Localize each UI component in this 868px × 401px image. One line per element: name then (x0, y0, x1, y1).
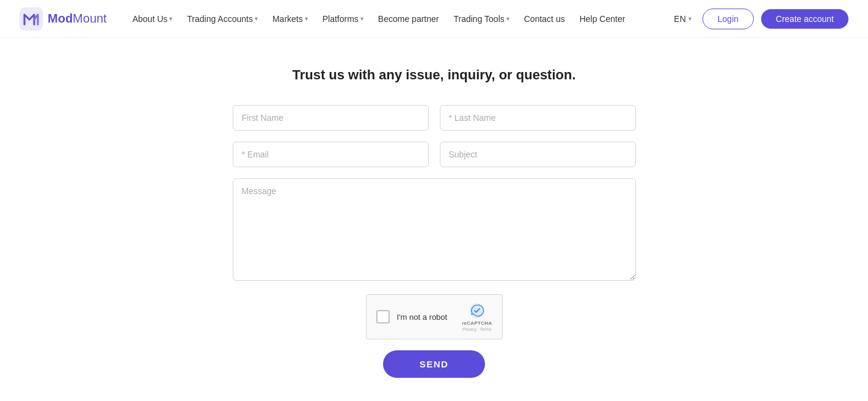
chevron-down-icon: ▾ (305, 15, 308, 22)
first-name-field (233, 105, 429, 131)
nav-trading-tools[interactable]: Trading Tools ▾ (447, 10, 515, 27)
message-field (233, 178, 636, 283)
email-subject-row (233, 142, 636, 167)
chevron-down-icon: ▾ (255, 15, 258, 22)
nav-trading-accounts[interactable]: Trading Accounts ▾ (181, 10, 264, 27)
nav-links: About Us ▾ Trading Accounts ▾ Markets ▾ … (126, 10, 671, 27)
login-button[interactable]: Login (702, 9, 754, 29)
send-wrapper: SEND (233, 350, 636, 378)
contact-form: I'm not a robot reCAPTCHA Privacy · Term… (233, 105, 636, 378)
name-row (233, 105, 636, 131)
nav-contact-us[interactable]: Contact us (518, 10, 571, 27)
navigation: ModMount About Us ▾ Trading Accounts ▾ M… (0, 0, 868, 38)
page-title: Trust us with any issue, inquiry, or que… (292, 67, 575, 83)
chevron-down-icon: ▾ (169, 15, 172, 22)
send-button[interactable]: SEND (383, 350, 486, 378)
nav-actions: EN ▾ Login Create account (670, 9, 848, 29)
main-content: Trust us with any issue, inquiry, or que… (0, 38, 868, 401)
nav-help-center[interactable]: Help Center (574, 10, 632, 27)
logo-icon (20, 7, 43, 31)
nav-markets[interactable]: Markets ▾ (266, 10, 314, 27)
brand-logo[interactable]: ModMount (20, 7, 107, 31)
recaptcha-checkbox[interactable] (376, 310, 390, 323)
subject-input[interactable] (440, 142, 636, 167)
language-selector[interactable]: EN ▾ (670, 12, 695, 26)
last-name-field (440, 105, 636, 131)
create-account-button[interactable]: Create account (761, 9, 848, 29)
nav-platforms[interactable]: Platforms ▾ (316, 10, 370, 27)
recaptcha-box: I'm not a robot reCAPTCHA Privacy · Term… (366, 294, 503, 339)
subject-field (440, 142, 636, 167)
first-name-input[interactable] (233, 105, 429, 131)
message-textarea[interactable] (233, 178, 636, 281)
recaptcha-icon (469, 302, 486, 319)
email-input[interactable] (233, 142, 429, 167)
chevron-down-icon: ▾ (688, 15, 691, 22)
recaptcha-label: I'm not a robot (397, 312, 448, 322)
nav-become-partner[interactable]: Become partner (372, 10, 445, 27)
recaptcha-logo: reCAPTCHA Privacy · Terms (462, 302, 492, 331)
chevron-down-icon: ▾ (506, 15, 509, 22)
recaptcha-section: I'm not a robot reCAPTCHA Privacy · Term… (233, 294, 636, 339)
logo-text: ModMount (48, 12, 107, 26)
chevron-down-icon: ▾ (360, 15, 363, 22)
recaptcha-brand: reCAPTCHA (462, 320, 492, 326)
email-field (233, 142, 429, 167)
nav-about-us[interactable]: About Us ▾ (126, 10, 179, 27)
recaptcha-links: Privacy · Terms (462, 327, 492, 331)
last-name-input[interactable] (440, 105, 636, 131)
recaptcha-left: I'm not a robot (376, 310, 448, 323)
